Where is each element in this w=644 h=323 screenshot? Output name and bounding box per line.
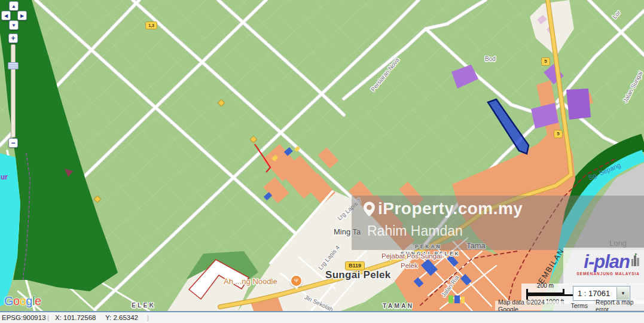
google-logo[interactable]: Google bbox=[4, 294, 41, 308]
map-attribution: Map data ©2024 Google Terms Report a map… bbox=[495, 301, 644, 310]
map-data-credit: Map data ©2024 Google bbox=[498, 298, 561, 311]
iplan-brand-text: i-plan bbox=[584, 251, 630, 272]
scalebar-metric bbox=[526, 289, 564, 294]
report-error-link[interactable]: Report a map error bbox=[596, 298, 644, 311]
terms-link[interactable]: Terms bbox=[571, 302, 588, 309]
status-bar: EPSG:900913 | X: 101.72568 Y: 2.65342 | bbox=[0, 311, 644, 323]
restaurant-pin-icon[interactable]: Ψ bbox=[290, 275, 303, 287]
watermark-brand: iProperty.com.my bbox=[364, 199, 523, 218]
separator: | bbox=[147, 314, 149, 321]
route-shield-b119: B119 bbox=[345, 261, 365, 270]
cursor-y-readout: Y: 2.65342 bbox=[105, 314, 147, 321]
zoom-slider-thumb[interactable] bbox=[8, 62, 19, 69]
iplan-logo: i-plan SEMENANJUNG MALAYSIA bbox=[568, 253, 640, 276]
cursor-x-readout: X: 101.72568 bbox=[55, 314, 104, 321]
iplan-tagline: SEMENANJUNG MALAYSIA bbox=[568, 272, 640, 276]
map-canvas[interactable] bbox=[0, 0, 644, 311]
route-shield-5: 5 bbox=[541, 57, 550, 66]
zoom-slider-track[interactable] bbox=[11, 44, 16, 138]
location-pin-icon bbox=[364, 202, 375, 217]
iplan-map-viewer: Sungai Pelek PEKAN SUNGAI PELEK Pejabat … bbox=[0, 0, 644, 323]
building-icon bbox=[631, 253, 640, 267]
pan-right-button[interactable]: ▶ bbox=[17, 11, 27, 20]
pan-down-button[interactable]: ▼ bbox=[9, 20, 19, 30]
pan-left-button[interactable]: ◀ bbox=[1, 11, 11, 20]
zoom-out-button[interactable]: − bbox=[8, 138, 18, 148]
scale-select-value: 1 : 17061 bbox=[578, 289, 610, 298]
projection-readout: EPSG:900913 bbox=[2, 314, 47, 321]
route-shield-small: 1,3 bbox=[145, 22, 157, 29]
route-shield-5b: 5 bbox=[554, 130, 563, 138]
map-viewport[interactable]: Sungai Pelek PEKAN SUNGAI PELEK Pejabat … bbox=[0, 0, 644, 311]
separator: | bbox=[47, 314, 49, 321]
watermark-agent-name: Rahim Hamdan bbox=[367, 223, 463, 239]
chevron-down-icon[interactable]: ▼ bbox=[616, 287, 629, 300]
pan-up-button[interactable]: ▲ bbox=[9, 1, 19, 11]
scalebar-metric-label: 200 m bbox=[526, 282, 564, 289]
zoom-in-button[interactable]: + bbox=[8, 33, 18, 43]
watermark-brand-text: iProperty.com.my bbox=[378, 199, 523, 218]
